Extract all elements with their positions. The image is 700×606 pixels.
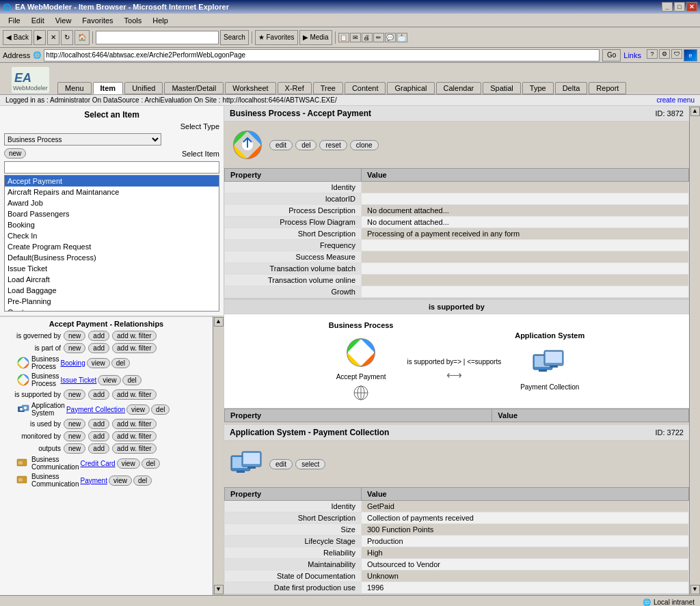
tab-xref[interactable]: X-Ref [278,82,312,94]
used-add[interactable]: add [88,419,109,429]
menu-edit[interactable]: Edit [26,15,50,26]
home-button[interactable]: 🏠 [75,30,90,45]
payment-del[interactable]: del [133,476,152,486]
favorites-button[interactable]: ★ Favorites [255,30,298,45]
credit-view[interactable]: view [117,458,140,469]
booking-link[interactable]: Booking [61,359,85,367]
tab-tree[interactable]: Tree [313,82,343,94]
pc-select-btn[interactable]: select [295,459,325,469]
ie-icon-1[interactable]: ? [647,49,658,59]
credit-link[interactable]: Credit Card [80,460,115,467]
monitored-filter[interactable]: add w. filter [112,431,157,441]
used-new[interactable]: new [64,419,85,429]
menu-favorites[interactable]: Favorites [77,15,118,26]
item-search-input[interactable] [4,161,219,174]
scroll-down[interactable]: ▼ [214,585,224,594]
search-input[interactable] [96,31,219,44]
payment-coll-del[interactable]: del [151,404,170,415]
used-filter[interactable]: add w. filter [112,419,157,429]
governed-filter[interactable]: add w. filter [112,331,157,341]
search-button[interactable]: Search [220,30,249,45]
list-item-1[interactable]: Aircraft Repairs and Maintanance [5,187,219,197]
outputs-new[interactable]: new [64,443,85,454]
tab-graphical[interactable]: Graphical [387,82,434,94]
back-button[interactable]: ◀ Back [3,30,32,45]
pc-edit-btn[interactable]: edit [269,459,293,469]
payment-coll-link[interactable]: Payment Collection [66,406,125,413]
monitored-add[interactable]: add [88,431,109,441]
payment-coll-view[interactable]: view [126,404,150,415]
ie-icon-3[interactable]: 🛡 [671,49,682,59]
reset-btn[interactable]: reset [319,140,347,150]
menu-help[interactable]: Help [147,15,174,26]
payment-link[interactable]: Payment [80,477,107,484]
governed-new[interactable]: new [64,331,85,341]
edit-btn[interactable]: edit [269,140,293,150]
payment-view[interactable]: view [109,476,132,486]
discuss-icon[interactable]: 💬 [385,33,396,42]
tab-report[interactable]: Report [589,82,626,94]
del-btn[interactable]: del [295,140,317,150]
issue-del[interactable]: del [122,375,141,385]
right-scrollbar[interactable]: ▲ ▼ [689,106,700,595]
title-bar-controls[interactable]: _ □ ✕ [662,2,697,12]
links-button[interactable]: Links [623,51,641,59]
tab-content[interactable]: Content [345,82,386,94]
list-item-11[interactable]: Pre-Planning [5,296,219,307]
ie-icon-2[interactable]: ⚙ [659,49,670,59]
outputs-add[interactable]: add [88,443,109,454]
create-menu-link[interactable]: create menu [656,96,695,104]
issue-view[interactable]: view [98,375,121,385]
minimize-button[interactable]: _ [662,2,673,12]
right-scroll-up[interactable]: ▲ [690,107,700,116]
rel-scrollbar[interactable]: ▲ ▼ [213,316,224,595]
maximize-button[interactable]: □ [674,2,685,12]
menu-tools[interactable]: Tools [119,15,148,26]
tab-master-detail[interactable]: Master/Detail [164,82,224,94]
list-item-0[interactable]: Accept Payment [5,176,219,187]
list-item-2[interactable]: Award Job [5,197,219,208]
tab-worksheet[interactable]: Worksheet [225,82,275,94]
list-item-9[interactable]: Load Aircraft [5,274,219,285]
menu-view[interactable]: View [50,15,77,26]
messenger-icon[interactable]: 📩 [396,33,407,42]
booking-del[interactable]: del [111,358,130,368]
close-button[interactable]: ✕ [686,2,697,12]
menu-file[interactable]: File [3,15,26,26]
media-button[interactable]: ▶ Media [299,30,332,45]
list-item-7[interactable]: Default(Business Process) [5,252,219,263]
type-select[interactable]: Business Process Application System Data… [4,133,161,146]
refresh-button[interactable]: ↻ [61,30,73,45]
supported-add[interactable]: add [88,389,109,400]
print-icon[interactable]: 🖨 [362,33,373,42]
address-input[interactable] [44,49,600,61]
supported-new[interactable]: new [64,389,85,400]
history-icon[interactable]: 📋 [338,33,349,42]
stop-button[interactable]: ✕ [47,30,59,45]
list-item-3[interactable]: Board Passengers [5,208,219,219]
part-add[interactable]: add [88,343,109,353]
monitored-new[interactable]: new [64,431,85,441]
supported-filter[interactable]: add w. filter [112,389,157,400]
list-item-6[interactable]: Create Program Request [5,241,219,252]
tab-item[interactable]: Item [93,82,124,94]
credit-del[interactable]: del [142,458,160,469]
outputs-filter[interactable]: add w. filter [112,443,157,454]
tab-unified[interactable]: Unified [124,82,163,94]
tab-calendar[interactable]: Calendar [436,82,482,94]
part-new[interactable]: new [64,343,85,353]
list-item-4[interactable]: Booking [5,219,219,230]
tab-menu[interactable]: Menu [57,82,92,94]
right-scroll-down[interactable]: ▼ [690,585,700,594]
list-item-8[interactable]: Issue Ticket [5,263,219,274]
clone-btn[interactable]: clone [350,140,379,150]
tab-delta[interactable]: Delta [555,82,588,94]
issue-link[interactable]: Issue Ticket [61,376,97,384]
list-item-5[interactable]: Check In [5,230,219,241]
booking-view[interactable]: view [87,358,110,368]
list-item-10[interactable]: Load Baggage [5,285,219,296]
part-filter[interactable]: add w. filter [112,343,157,353]
list-item-12[interactable]: Quote [5,307,219,312]
go-button[interactable]: Go [602,49,621,61]
forward-button[interactable]: ▶ [33,30,46,45]
